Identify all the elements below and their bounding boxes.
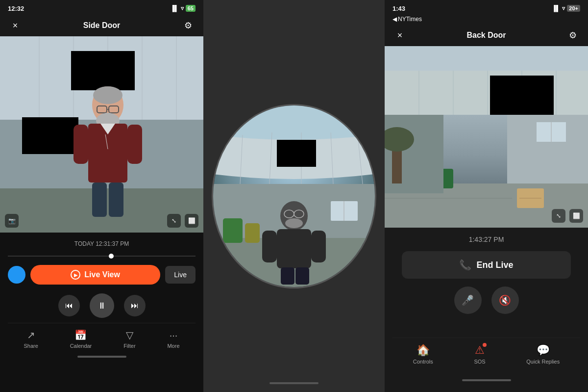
quick-replies-label: Quick Replies	[526, 359, 560, 365]
share-button[interactable]: ↗ Share	[24, 329, 38, 349]
playback-controls-p1: ⏮ ⏸ ⏭	[8, 288, 196, 323]
sos-label: SOS	[474, 359, 485, 365]
nytimes-back-label[interactable]: ◀ NYTimes	[392, 16, 580, 23]
person-svg-p1	[59, 85, 157, 223]
home-bar-p3	[462, 379, 511, 381]
settings-button-p3[interactable]: ⚙	[565, 30, 580, 41]
svg-rect-19	[127, 125, 142, 164]
more-icon: ···	[170, 330, 178, 341]
mic-controls: 🎤 🔇	[454, 287, 519, 314]
status-bar-p3: 1:43 ▐▌ ▿ 20+	[385, 0, 588, 15]
time-p3: 1:43	[392, 5, 405, 12]
calendar-button[interactable]: 📅 Calendar	[70, 329, 92, 349]
live-view-button[interactable]: ▶ Live View	[30, 265, 160, 285]
camera-feed-p1: 📷 ⤡ ⬜	[0, 36, 203, 233]
live-toggle-row-p1: ▶ Live View Live	[8, 261, 196, 288]
svg-point-44	[285, 218, 303, 228]
cam-overlay-p3: ⤡ ⬜	[552, 209, 583, 223]
prev-button[interactable]: ⏮	[58, 295, 80, 316]
panel-back-door: 1:43 ▐▌ ▿ 20+ ◀ NYTimes × Back Door ⚙	[385, 0, 588, 392]
timestamp-p3: 1:43:27 PM	[469, 235, 504, 243]
signal-icon-p3: ▐▌	[552, 5, 560, 12]
speaker-button[interactable]: 🔇	[491, 287, 519, 314]
status-icons-p1: ▐▌ ▿ 65	[171, 5, 196, 12]
expand-icon-p3[interactable]: ⤡	[552, 209, 565, 223]
nav-bar-p1: × Side Door ⚙	[0, 15, 203, 36]
play-circle-icon: ▶	[71, 270, 80, 280]
svg-rect-33	[245, 223, 260, 243]
svg-rect-29	[277, 140, 316, 167]
sos-nav-item[interactable]: ⚠ SOS	[474, 344, 485, 365]
share-label: Share	[24, 343, 38, 349]
close-button-p3[interactable]: ×	[392, 30, 407, 41]
nav-bar-p3: × Back Door ⚙	[385, 25, 588, 46]
live-view-label: Live View	[84, 270, 120, 279]
bottom-toolbar-p1: ↗ Share 📅 Calendar ▽ Filter ··· More	[8, 323, 196, 353]
timeline-cursor-p1	[109, 254, 114, 259]
timeline-track-p1[interactable]	[8, 256, 196, 257]
signal-icon: ▐▌	[171, 5, 179, 12]
bottom-nav-p3: 🏠 Controls ⚠ SOS 💬 Quick Replies	[392, 338, 580, 368]
mic-icon: 🎤	[462, 294, 474, 306]
filter-label: Filter	[123, 343, 135, 349]
controls-nav-item[interactable]: 🏠 Controls	[413, 344, 433, 365]
filter-icon: ▽	[126, 329, 133, 341]
speaker-icon: 🔇	[499, 294, 511, 306]
quick-replies-nav-item[interactable]: 💬 Quick Replies	[526, 344, 560, 365]
svg-rect-18	[74, 125, 88, 164]
home-indicator-p1	[8, 353, 196, 361]
camera-icon[interactable]: 📷	[5, 214, 19, 228]
svg-rect-51	[490, 76, 554, 115]
home-bar-middle	[270, 382, 318, 384]
timestamp-text-p1: TODAY 12:31:37 PM	[74, 240, 129, 247]
home-indicator-middle	[203, 379, 385, 387]
nytimes-bar: ◀ NYTimes	[385, 15, 588, 25]
camera-feed-p3: ⤡ ⬜	[385, 46, 588, 228]
fullscreen-icon-p3[interactable]: ⬜	[569, 209, 583, 223]
filter-button[interactable]: ▽ Filter	[123, 329, 135, 349]
phone-end-icon: 📞	[459, 259, 471, 271]
fullscreen-icon[interactable]: ⬜	[185, 214, 198, 228]
live-label: Live	[174, 271, 187, 279]
scene-bg-p1	[0, 36, 203, 233]
next-button[interactable]: ⏭	[124, 295, 146, 316]
pause-icon: ⏸	[98, 301, 106, 311]
svg-rect-8	[71, 51, 135, 90]
svg-rect-37	[277, 229, 311, 268]
svg-rect-38	[262, 231, 277, 262]
svg-rect-40	[281, 267, 294, 285]
timeline-p1[interactable]	[8, 251, 196, 261]
backyard-scene-svg	[385, 46, 588, 228]
nav-title-p3: Back Door	[407, 31, 565, 40]
battery-p3: 20+	[567, 5, 580, 12]
close-button-p1[interactable]: ×	[8, 21, 23, 31]
expand-icon[interactable]: ⤡	[167, 214, 181, 228]
time-p1: 12:32	[8, 5, 24, 12]
wifi-icon-p3: ▿	[562, 5, 565, 12]
calendar-icon: 📅	[74, 329, 87, 341]
home-indicator-p3	[392, 376, 580, 384]
timestamp-bar-p1: TODAY 12:31:37 PM	[8, 236, 196, 251]
nav-title-p1: Side Door	[23, 21, 181, 30]
svg-rect-21	[109, 183, 123, 217]
more-button[interactable]: ··· More	[167, 330, 179, 349]
mute-button[interactable]: 🎤	[454, 287, 482, 314]
back-chevron: ◀	[392, 16, 397, 23]
more-label: More	[167, 343, 179, 349]
end-live-button[interactable]: 📞 End Live	[402, 251, 571, 279]
pause-button[interactable]: ⏸	[90, 293, 114, 318]
p3-scene-bg	[385, 46, 588, 228]
controls-icon: 🏠	[416, 344, 430, 357]
controls-area-p1: TODAY 12:31:37 PM ▶ Live View Live	[0, 233, 203, 392]
sos-icon-wrap: ⚠	[475, 344, 485, 357]
status-icons-p3: ▐▌ ▿ 20+	[552, 5, 580, 12]
svg-point-11	[93, 86, 122, 104]
end-live-label: End Live	[476, 260, 513, 270]
sos-dot	[483, 343, 487, 347]
nytimes-label: NYTimes	[398, 16, 422, 23]
live-button[interactable]: Live	[165, 266, 196, 284]
settings-button-p1[interactable]: ⚙	[181, 20, 196, 31]
panel-side-door: 12:32 ▐▌ ▿ 65 × Side Door ⚙	[0, 0, 203, 392]
panel-middle-feed	[203, 0, 385, 392]
svg-rect-39	[311, 231, 326, 262]
